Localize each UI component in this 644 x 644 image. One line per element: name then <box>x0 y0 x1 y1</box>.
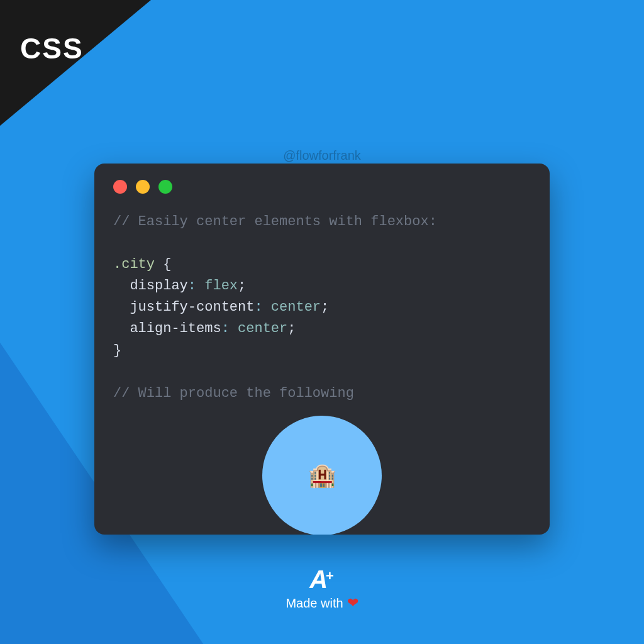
code-colon: : <box>221 321 238 336</box>
logo-letter: A <box>309 565 327 593</box>
heart-icon: ❤ <box>347 595 358 611</box>
code-comment: // Easily center elements with flexbox: <box>113 214 437 230</box>
window-controls <box>113 180 531 194</box>
footer-tagline: Made with ❤ <box>286 595 358 611</box>
code-property: justify-content <box>130 299 254 315</box>
code-property: align-items <box>130 321 221 336</box>
code-editor-window: // Easily center elements with flexbox: … <box>94 164 550 535</box>
code-semicolon: ; <box>238 278 246 294</box>
code-comment: // Will produce the following <box>113 386 354 401</box>
code-brace-open: { <box>155 257 171 272</box>
demo-output-circle: 🏨 <box>262 416 382 535</box>
hotel-icon: 🏨 <box>308 462 336 489</box>
corner-badge-label: CSS <box>20 31 84 65</box>
footer-logo: A+ <box>309 565 335 594</box>
code-value: center <box>238 321 287 336</box>
logo-plus-icon: + <box>326 568 333 584</box>
code-property: display <box>130 278 187 294</box>
code-semicolon: ; <box>321 299 329 315</box>
code-colon: : <box>188 278 204 294</box>
code-value: flex <box>204 278 238 294</box>
close-icon[interactable] <box>113 180 127 194</box>
minimize-icon[interactable] <box>136 180 150 194</box>
maximize-icon[interactable] <box>158 180 172 194</box>
made-with-text: Made with <box>286 596 343 611</box>
footer: A+ Made with ❤ <box>286 565 358 611</box>
code-colon: : <box>254 299 270 315</box>
code-value: center <box>271 299 321 315</box>
watermark-handle: @flowforfrank <box>283 148 361 163</box>
code-semicolon: ; <box>287 321 296 336</box>
code-brace-close: } <box>113 343 121 358</box>
code-selector: .city <box>113 257 155 272</box>
code-block: // Easily center elements with flexbox: … <box>113 211 531 404</box>
